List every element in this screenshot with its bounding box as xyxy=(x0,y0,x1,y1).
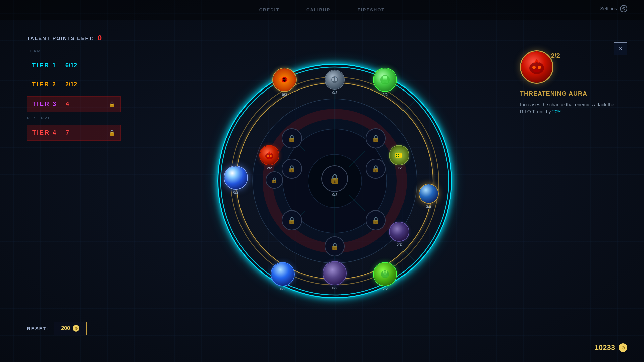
locked-node-4[interactable]: 🔒 xyxy=(282,159,302,179)
settings-label: Settings xyxy=(600,6,617,11)
svg-point-52 xyxy=(533,69,540,72)
svg-point-21 xyxy=(385,80,388,83)
svg-rect-38 xyxy=(396,154,397,155)
currency-coin-icon: ⊙ xyxy=(619,343,627,352)
node-bottom-center[interactable]: 0/2 xyxy=(323,261,347,290)
nav-item-fireshot[interactable]: FIRESHOT xyxy=(358,7,385,12)
svg-rect-40 xyxy=(396,156,397,157)
svg-point-33 xyxy=(267,155,269,157)
node-bottom-left[interactable]: 0/2 xyxy=(271,262,295,291)
tier-3-row[interactable]: TIER 3 4 🔒 xyxy=(27,96,121,112)
node-top-center-circle xyxy=(325,70,345,90)
tier-1-row[interactable]: TIER 1 6/12 xyxy=(27,58,121,73)
node-right-outer-circle xyxy=(419,184,439,204)
node-mid-left[interactable]: 2/2 xyxy=(259,145,279,170)
center-lock-symbol: 🔒 xyxy=(329,173,341,184)
tier-1-score: 6/12 xyxy=(65,62,77,69)
tier-2-label: TIER 2 xyxy=(32,81,65,88)
lock-symbol-1: 🔒 xyxy=(288,134,296,142)
reserve-section-label: RESERVE xyxy=(27,116,121,120)
close-button[interactable]: × xyxy=(614,42,627,55)
node-right-outer-label: 2/2 xyxy=(426,204,431,208)
svg-point-26 xyxy=(383,270,385,273)
lock-symbol-8: 🔒 xyxy=(331,242,339,250)
node-center[interactable]: 🔒 0/2 xyxy=(321,165,348,197)
node-mid-right-label: 0/2 xyxy=(397,166,402,170)
tier-3-lock-icon: 🔒 xyxy=(109,101,115,107)
yellow-eye-icon xyxy=(273,68,296,91)
talent-points-value: 0 xyxy=(98,34,102,42)
locked-node-1[interactable]: 🔒 xyxy=(282,128,302,148)
svg-point-34 xyxy=(270,155,272,157)
locked-node-8-circle: 🔒 xyxy=(325,236,345,256)
lock-symbol-6: 🔒 xyxy=(288,216,296,224)
lock-symbol-4: 🔒 xyxy=(288,165,296,173)
svg-point-27 xyxy=(386,270,387,273)
node-top-center[interactable]: 0/2 xyxy=(325,70,345,95)
svg-point-20 xyxy=(382,80,385,83)
reset-label: RESET: xyxy=(27,326,49,331)
nav-item-credit[interactable]: CREDIT xyxy=(259,7,279,12)
node-mid-left-circle xyxy=(259,145,279,165)
locked-node-8[interactable]: 🔒 xyxy=(325,236,345,256)
tier-4-lock-icon: 🔒 xyxy=(109,130,115,136)
lock-symbol-5: 🔒 xyxy=(372,165,380,173)
selected-ability-icon xyxy=(520,50,553,84)
ability-highlight-text: 20% xyxy=(552,109,561,114)
node-bottom-right[interactable]: 2/2 xyxy=(373,262,397,291)
node-mid-right[interactable]: 0/2 xyxy=(389,145,409,170)
node-left-outer[interactable]: 0/2 xyxy=(224,166,248,194)
locked-node-7-circle: 🔒 xyxy=(366,210,386,230)
locked-node-2[interactable]: 🔒 xyxy=(366,128,386,148)
svg-point-51 xyxy=(538,66,541,69)
node-top-right[interactable]: 2/2 xyxy=(373,68,397,97)
svg-rect-45 xyxy=(335,78,337,81)
node-top-left[interactable]: 0/2 xyxy=(272,68,297,97)
node-mid-left-label: 2/2 xyxy=(267,166,272,170)
locked-node-1-circle: 🔒 xyxy=(282,128,302,148)
node-right-outer[interactable]: 2/2 xyxy=(419,184,439,208)
node-mid-right-circle xyxy=(389,145,409,165)
nav-item-calibur[interactable]: CALIBUR xyxy=(306,7,331,12)
selected-ability-wrapper: 2/2 xyxy=(520,50,553,89)
ability-panel: 2/2 THREATENING AURA Increases the chanc… xyxy=(520,50,627,115)
locked-node-6[interactable]: 🔒 xyxy=(282,210,302,230)
tier-2-row[interactable]: TIER 2 2/12 xyxy=(27,77,121,92)
svg-point-22 xyxy=(383,76,385,79)
reset-button[interactable]: 200 ⊙ xyxy=(54,322,87,335)
currency-amount: 10233 xyxy=(595,343,615,352)
tier-3-score: 4 xyxy=(66,101,69,108)
lock-symbol-3: 🔒 xyxy=(271,177,278,183)
node-bottom-left-label: 0/2 xyxy=(280,287,285,291)
talent-points-label: TALENT POINTS LEFT: xyxy=(27,35,94,41)
tier-4-row[interactable]: TIER 4 7 🔒 xyxy=(27,125,121,141)
node-left-outer-circle xyxy=(224,166,248,190)
node-bottom-right-label: 2/2 xyxy=(383,287,388,291)
lock-symbol-7: 🔒 xyxy=(372,216,380,224)
svg-point-23 xyxy=(385,76,387,79)
svg-rect-37 xyxy=(401,154,402,157)
locked-node-3-circle: 🔒 xyxy=(266,171,283,189)
reset-row: RESET: 200 ⊙ xyxy=(27,322,87,335)
settings-button[interactable]: Settings ⚙ xyxy=(600,5,627,12)
locked-node-3[interactable]: 🔒 xyxy=(266,171,283,189)
tier-3-label: TIER 3 xyxy=(32,101,66,108)
locked-node-2-circle: 🔒 xyxy=(366,128,386,148)
locked-node-4-circle: 🔒 xyxy=(282,159,302,179)
locked-node-6-circle: 🔒 xyxy=(282,210,302,230)
locked-node-7[interactable]: 🔒 xyxy=(366,210,386,230)
tier-4-score: 7 xyxy=(66,129,69,136)
left-panel: TALENT POINTS LEFT: 0 TEAM TIER 1 6/12 T… xyxy=(27,34,121,145)
tier-2-score: 2/12 xyxy=(65,81,77,88)
svg-rect-41 xyxy=(398,156,399,157)
node-bottom-center-circle xyxy=(323,261,347,285)
node-bottom-right-circle xyxy=(373,262,397,286)
locked-node-5[interactable]: 🔒 xyxy=(366,159,386,179)
svg-point-29 xyxy=(385,275,388,277)
node-bottom-center-label: 0/2 xyxy=(332,286,337,290)
node-top-left-label: 0/2 xyxy=(282,93,287,97)
tier-4-label: TIER 4 xyxy=(32,129,66,136)
svg-point-28 xyxy=(382,275,385,277)
ability-description: Increases the chance that enemies attack… xyxy=(520,101,627,115)
node-right-mid[interactable]: 0/2 xyxy=(389,222,409,246)
